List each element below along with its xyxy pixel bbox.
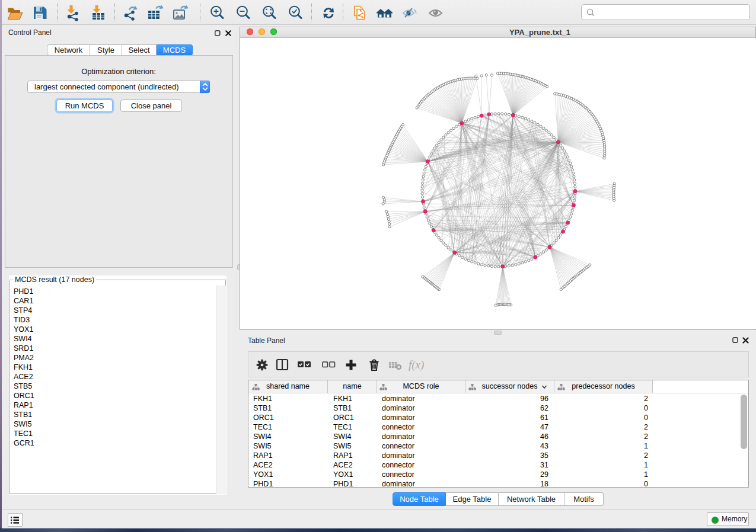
svg-text:f(x): f(x) bbox=[409, 358, 424, 371]
